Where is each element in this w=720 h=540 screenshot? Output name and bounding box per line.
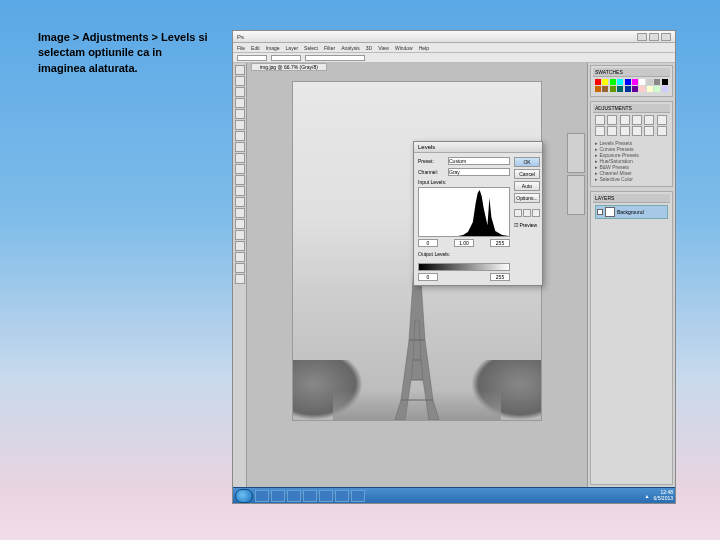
taskbar-app-icon[interactable] [287, 490, 301, 502]
visibility-icon[interactable] [597, 209, 603, 215]
adj-curves-icon[interactable] [620, 115, 630, 125]
cancel-button[interactable]: Cancel [514, 169, 540, 179]
taskbar-app-icon[interactable] [319, 490, 333, 502]
hand-tool[interactable] [235, 263, 245, 273]
shape-tool[interactable] [235, 252, 245, 262]
menubar[interactable]: File Edit Image Layer Select Filter Anal… [233, 43, 675, 53]
swatch[interactable] [610, 86, 616, 92]
adj-brightness-icon[interactable] [595, 115, 605, 125]
swatch[interactable] [662, 79, 668, 85]
options-button[interactable]: Options... [514, 193, 540, 203]
wand-tool[interactable] [235, 98, 245, 108]
adj-channel-mixer-icon[interactable] [620, 126, 630, 136]
adj-threshold-icon[interactable] [657, 126, 667, 136]
swatch[interactable] [602, 79, 608, 85]
document-tab[interactable]: img.jpg @ 66.7% (Gray/8) [251, 63, 327, 71]
swatch[interactable] [617, 79, 623, 85]
type-tool[interactable] [235, 230, 245, 240]
swatch[interactable] [639, 79, 645, 85]
close-button[interactable] [661, 33, 671, 41]
swatch[interactable] [617, 86, 623, 92]
white-point-input[interactable] [490, 239, 510, 247]
heal-tool[interactable] [235, 131, 245, 141]
swatch[interactable] [625, 79, 631, 85]
eyedropper-tool[interactable] [235, 120, 245, 130]
adj-bw-icon[interactable] [595, 126, 605, 136]
crop-tool[interactable] [235, 109, 245, 119]
taskbar-ie-icon[interactable] [255, 490, 269, 502]
options-bar[interactable] [233, 53, 675, 63]
maximize-button[interactable] [649, 33, 659, 41]
swatch[interactable] [662, 86, 668, 92]
lasso-tool[interactable] [235, 87, 245, 97]
white-eyedropper-icon[interactable] [532, 209, 540, 217]
menu-file[interactable]: File [237, 45, 245, 51]
preset-select[interactable]: Custom [448, 157, 510, 165]
adj-levels-icon[interactable] [607, 115, 617, 125]
swatch[interactable] [632, 86, 638, 92]
midtone-input[interactable] [454, 239, 474, 247]
path-tool[interactable] [235, 241, 245, 251]
swatch[interactable] [610, 79, 616, 85]
move-tool[interactable] [235, 65, 245, 75]
adj-exposure-icon[interactable] [632, 115, 642, 125]
swatch[interactable] [639, 86, 645, 92]
channel-select[interactable]: Gray [448, 168, 510, 176]
stamp-tool[interactable] [235, 153, 245, 163]
menu-help[interactable]: Help [419, 45, 429, 51]
auto-button[interactable]: Auto [514, 181, 540, 191]
option-field[interactable] [271, 55, 301, 61]
ok-button[interactable]: OK [514, 157, 540, 167]
swatch[interactable] [654, 86, 660, 92]
swatch[interactable] [647, 86, 653, 92]
menu-analysis[interactable]: Analysis [341, 45, 360, 51]
adj-posterize-icon[interactable] [644, 126, 654, 136]
swatch[interactable] [647, 79, 653, 85]
menu-window[interactable]: Window [395, 45, 413, 51]
zoom-tool[interactable] [235, 274, 245, 284]
brush-tool[interactable] [235, 142, 245, 152]
menu-image[interactable]: Image [266, 45, 280, 51]
adj-invert-icon[interactable] [632, 126, 642, 136]
taskbar-app-icon[interactable] [335, 490, 349, 502]
start-button[interactable] [235, 489, 253, 503]
preset-item[interactable]: ▸ Selective Color [595, 176, 668, 182]
history-brush-tool[interactable] [235, 164, 245, 174]
adj-photo-filter-icon[interactable] [607, 126, 617, 136]
option-field[interactable] [305, 55, 365, 61]
layer-row[interactable]: Background [595, 205, 668, 219]
output-black-input[interactable] [418, 273, 438, 281]
adj-vibrance-icon[interactable] [644, 115, 654, 125]
gray-eyedropper-icon[interactable] [523, 209, 531, 217]
clock[interactable]: 12:48 6/5/2013 [654, 490, 673, 501]
taskbar-explorer-icon[interactable] [271, 490, 285, 502]
black-point-input[interactable] [418, 239, 438, 247]
tray-icon[interactable]: ▲ [645, 493, 650, 499]
collapsed-panel[interactable] [567, 133, 585, 173]
marquee-tool[interactable] [235, 76, 245, 86]
swatch[interactable] [654, 79, 660, 85]
taskbar-app-icon[interactable] [303, 490, 317, 502]
swatch[interactable] [595, 79, 601, 85]
menu-select[interactable]: Select [304, 45, 318, 51]
output-gradient[interactable] [418, 263, 510, 271]
taskbar-app-icon[interactable] [351, 490, 365, 502]
eraser-tool[interactable] [235, 175, 245, 185]
swatch[interactable] [602, 86, 608, 92]
menu-view[interactable]: View [378, 45, 389, 51]
swatch[interactable] [595, 86, 601, 92]
menu-filter[interactable]: Filter [324, 45, 335, 51]
swatch[interactable] [632, 79, 638, 85]
swatch[interactable] [625, 86, 631, 92]
option-field[interactable] [237, 55, 267, 61]
adj-hue-icon[interactable] [657, 115, 667, 125]
preview-checkbox[interactable]: ☑ Preview [514, 222, 540, 228]
menu-edit[interactable]: Edit [251, 45, 260, 51]
output-white-input[interactable] [490, 273, 510, 281]
histogram[interactable] [418, 187, 510, 237]
pen-tool[interactable] [235, 219, 245, 229]
minimize-button[interactable] [637, 33, 647, 41]
black-eyedropper-icon[interactable] [514, 209, 522, 217]
menu-3d[interactable]: 3D [366, 45, 372, 51]
blur-tool[interactable] [235, 197, 245, 207]
